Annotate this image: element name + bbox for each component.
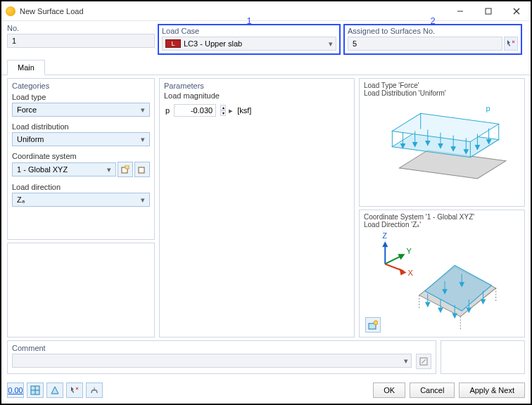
minimize-button[interactable] <box>446 1 474 21</box>
load-dir-select[interactable]: Zₐ▾ <box>12 193 150 207</box>
select-surfaces-button[interactable] <box>504 37 518 51</box>
coord-label: Coordinate system <box>12 152 150 160</box>
apply-next-button[interactable]: Apply & Next <box>459 382 525 398</box>
svg-marker-56 <box>481 299 485 303</box>
tab-main[interactable]: Main <box>7 60 45 75</box>
svg-text:Y: Y <box>407 247 412 255</box>
load-dist-select[interactable]: Uniform▾ <box>12 132 150 146</box>
chevron-down-icon: ▾ <box>329 39 333 49</box>
load-dist-label: Load distribution <box>12 122 150 131</box>
units-button[interactable]: 0.00 <box>7 382 24 398</box>
loadcase-select[interactable]: L LC3 - Upper slab ▾ <box>162 37 336 51</box>
loadcase-value: LC3 - Upper slab <box>184 39 242 48</box>
title-bar: New Surface Load <box>1 1 531 21</box>
chevron-down-icon: ▾ <box>141 135 145 144</box>
preview2-line1: Coordinate System '1 - Global XYZ' <box>364 213 520 221</box>
preview-settings-button[interactable] <box>365 317 381 333</box>
chevron-down-icon: ▾ <box>141 195 145 205</box>
magnitude-unit: [ksf] <box>237 106 251 115</box>
tool-button-2[interactable] <box>27 382 44 398</box>
close-button[interactable] <box>502 1 531 21</box>
svg-marker-40 <box>399 268 406 275</box>
svg-marker-50 <box>438 308 443 312</box>
tool-button-3[interactable] <box>46 382 63 398</box>
magnitude-input[interactable] <box>174 104 216 117</box>
new-coord-button[interactable] <box>118 162 133 177</box>
preview2-line2: Load Direction 'Zₐ' <box>364 221 520 229</box>
magnitude-label: Load magnitude <box>164 91 350 100</box>
comment-field[interactable]: ▾ <box>12 354 412 368</box>
no-field[interactable] <box>7 34 155 48</box>
ok-button[interactable]: OK <box>373 382 405 398</box>
assigned-label: Assigned to Surfaces No. <box>348 27 518 35</box>
chevron-down-icon: ▾ <box>141 105 145 115</box>
coord-select[interactable]: 1 - Global XYZ▾ <box>12 162 116 176</box>
load-type-select[interactable]: Force▾ <box>12 103 150 117</box>
magnitude-symbol: p <box>165 106 170 115</box>
loadcase-chip: L <box>165 39 181 48</box>
assigned-input[interactable] <box>351 39 499 49</box>
stepper-icon[interactable]: ▸ <box>229 106 233 115</box>
assigned-field[interactable] <box>348 37 502 51</box>
tool-button-4[interactable] <box>66 382 83 398</box>
no-label: No. <box>7 24 155 32</box>
svg-marker-48 <box>426 302 430 306</box>
maximize-button[interactable] <box>474 1 502 21</box>
categories-title: Categories <box>8 79 154 91</box>
app-icon <box>6 6 15 16</box>
svg-text:X: X <box>408 268 414 276</box>
svg-marker-67 <box>51 387 58 394</box>
annotation-2: 2 <box>430 15 435 26</box>
comment-input[interactable] <box>15 356 408 366</box>
svg-rect-7 <box>125 165 129 169</box>
preview1-line1: Load Type 'Force' <box>364 82 520 89</box>
loadcase-label: Load Case <box>162 27 336 35</box>
no-input[interactable] <box>11 36 151 46</box>
svg-rect-1 <box>486 8 491 14</box>
annotation-1: 1 <box>246 15 251 26</box>
spin-down-button[interactable]: ▾ <box>220 110 226 116</box>
cancel-button[interactable]: Cancel <box>410 382 455 398</box>
svg-text:Z: Z <box>382 231 387 240</box>
preview1-line2: Load Distribution 'Uniform' <box>364 89 520 97</box>
svg-rect-8 <box>139 167 144 173</box>
svg-point-62 <box>374 321 378 325</box>
spin-up-button[interactable]: ▴ <box>220 105 226 110</box>
edit-coord-button[interactable] <box>134 162 150 177</box>
parameters-title: Parameters <box>160 79 354 91</box>
svg-marker-34 <box>382 241 388 247</box>
svg-marker-43 <box>425 265 492 311</box>
svg-text:p: p <box>486 104 490 112</box>
svg-marker-52 <box>452 314 457 318</box>
comment-title: Comment <box>8 341 436 354</box>
window-title: New Surface Load <box>20 7 446 15</box>
load-type-label: Load type <box>12 93 150 101</box>
tool-button-5[interactable] <box>86 382 103 398</box>
preview-coord-diagram: Z Y X <box>364 229 520 335</box>
preview-load-diagram: p <box>364 97 520 203</box>
chevron-down-icon: ▾ <box>107 165 111 174</box>
load-dir-label: Load direction <box>12 183 150 191</box>
comment-edit-button[interactable] <box>416 354 431 369</box>
